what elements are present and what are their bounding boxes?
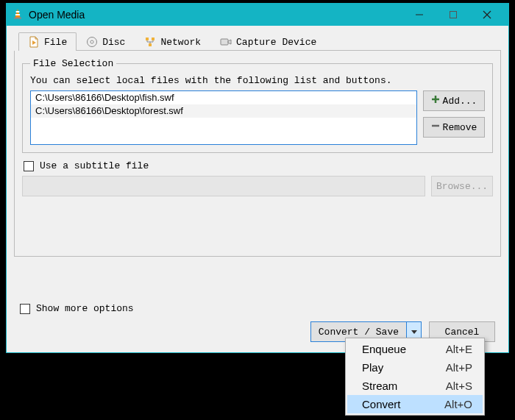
client-area: File Disc Network Capture Device [7, 26, 508, 352]
svg-rect-1 [16, 11, 20, 13]
menu-item-label: Stream [362, 380, 397, 392]
network-icon [144, 36, 156, 48]
svg-marker-15 [228, 40, 231, 44]
tab-disc[interactable]: Disc [77, 32, 135, 51]
file-list[interactable]: C:\Users\86166\Desktop\fish.swf C:\Users… [30, 90, 417, 145]
menu-item-label: Enqueue [362, 343, 406, 355]
close-button[interactable] [470, 4, 504, 26]
subtitle-checkbox-row[interactable]: Use a subtitle file [24, 160, 493, 171]
remove-button[interactable]: Remove [423, 117, 485, 138]
tab-capture[interactable]: Capture Device [210, 32, 326, 51]
svg-rect-5 [450, 12, 457, 18]
subtitle-path-input [22, 176, 425, 196]
chevron-down-icon [411, 327, 418, 338]
more-options-row[interactable]: Show more options [20, 303, 134, 314]
file-selection-group: File Selection You can select local file… [22, 58, 493, 153]
checkbox-icon[interactable] [20, 304, 30, 314]
menu-item-label: Convert [362, 398, 401, 410]
capture-icon [220, 36, 232, 48]
svg-rect-12 [152, 38, 154, 40]
add-button-label: Add... [443, 96, 477, 107]
title-bar: Open Media [7, 4, 508, 26]
plus-icon [431, 95, 440, 107]
convert-save-menu: Enqueue Alt+E Play Alt+P Stream Alt+S Co… [345, 338, 485, 416]
menu-item-stream[interactable]: Stream Alt+S [347, 377, 483, 395]
minus-icon [431, 121, 440, 133]
subtitle-checkbox-label: Use a subtitle file [40, 160, 149, 171]
svg-point-10 [90, 40, 93, 43]
maximize-button[interactable] [436, 4, 470, 26]
tab-bar: File Disc Network Capture Device [18, 32, 501, 51]
file-selection-hint: You can select local files with the foll… [30, 75, 485, 86]
file-list-item[interactable]: C:\Users\86166\Desktop\fish.swf [31, 91, 416, 104]
tab-file-label: File [44, 37, 67, 48]
menu-item-shortcut: Alt+P [446, 361, 472, 374]
file-list-item[interactable]: C:\Users\86166\Desktop\forest.swf [31, 104, 416, 118]
browse-button-label: Browse... [436, 181, 488, 192]
minimize-button[interactable] [402, 4, 436, 26]
browse-button: Browse... [431, 176, 493, 196]
tab-file[interactable]: File [18, 32, 77, 51]
tab-network-label: Network [160, 37, 201, 48]
file-icon [28, 36, 40, 48]
menu-item-shortcut: Alt+E [446, 343, 472, 355]
menu-item-play[interactable]: Play Alt+P [347, 358, 483, 377]
remove-button-label: Remove [443, 122, 477, 133]
more-options-label: Show more options [36, 303, 134, 314]
svg-rect-3 [14, 17, 21, 18]
cancel-button-label: Cancel [445, 327, 480, 338]
svg-marker-0 [15, 9, 21, 18]
tab-capture-label: Capture Device [236, 37, 316, 48]
tab-disc-label: Disc [102, 37, 125, 48]
menu-item-shortcut: Alt+S [446, 380, 472, 392]
tab-network[interactable]: Network [135, 32, 210, 51]
checkbox-icon[interactable] [24, 161, 34, 171]
add-button[interactable]: Add... [423, 90, 485, 111]
window-title: Open Media [29, 9, 402, 21]
menu-item-label: Play [362, 361, 383, 374]
svg-rect-2 [15, 14, 20, 15]
svg-rect-11 [146, 38, 149, 40]
menu-item-convert[interactable]: Convert Alt+O [347, 395, 483, 413]
open-media-window: Open Media File Disc [6, 3, 509, 353]
menu-item-shortcut: Alt+O [444, 398, 472, 410]
svg-rect-13 [149, 43, 152, 46]
menu-item-enqueue[interactable]: Enqueue Alt+E [347, 340, 483, 358]
svg-rect-14 [221, 39, 228, 45]
tab-page-file: File Selection You can select local file… [14, 51, 501, 257]
file-selection-legend: File Selection [30, 58, 116, 69]
vlc-app-icon [11, 7, 24, 23]
disc-icon [86, 36, 98, 48]
svg-marker-19 [411, 330, 417, 334]
